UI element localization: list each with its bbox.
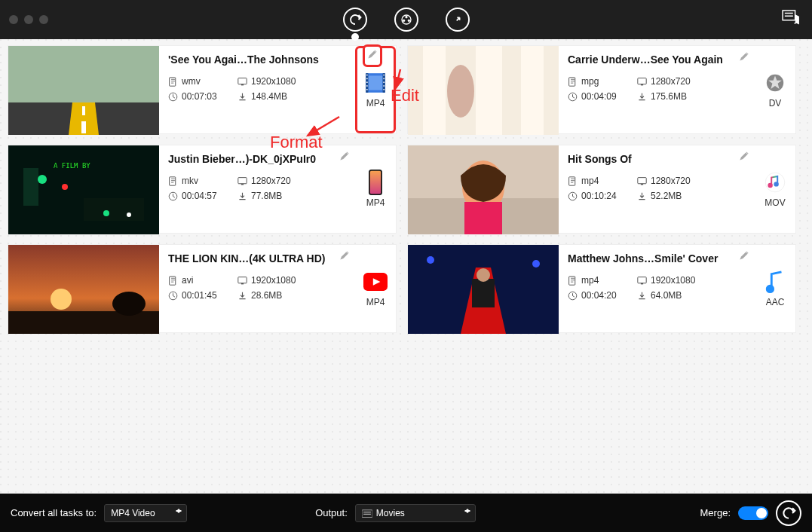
svg-rect-71 bbox=[241, 283, 244, 284]
video-title: Hit Songs Of bbox=[568, 153, 749, 165]
svg-rect-37 bbox=[641, 84, 643, 85]
video-meta: Hit Songs Of mp4 00:10:24 1280x720 52.2M… bbox=[559, 145, 755, 233]
merge-toggle[interactable] bbox=[738, 506, 768, 520]
edit-button[interactable] bbox=[339, 249, 351, 264]
svg-rect-86 bbox=[362, 509, 372, 517]
svg-rect-19 bbox=[366, 75, 368, 76]
video-thumbnail[interactable] bbox=[408, 145, 559, 234]
output-format-button[interactable]: MP4 bbox=[355, 245, 396, 332]
svg-rect-34 bbox=[569, 77, 575, 85]
file-resolution: 1280x720 bbox=[651, 176, 691, 186]
video-card[interactable]: A FILM BY Justin Bieber…)-DK_0jXPuIr0 mk… bbox=[8, 145, 397, 234]
video-title: THE LION KIN…(4K ULTRA HD) bbox=[168, 252, 349, 264]
format-label: MOV bbox=[765, 197, 785, 208]
tab-share[interactable] bbox=[446, 8, 470, 32]
svg-point-67 bbox=[112, 292, 146, 316]
svg-point-44 bbox=[103, 210, 109, 216]
video-card[interactable]: Hit Songs Of mp4 00:10:24 1280x720 52.2M… bbox=[407, 145, 796, 234]
video-meta: Matthew Johns…Smile' Cover mp4 00:04:20 … bbox=[559, 245, 755, 332]
video-thumbnail[interactable] bbox=[408, 245, 559, 334]
start-convert-button[interactable] bbox=[776, 500, 801, 526]
video-card[interactable]: Matthew Johns…Smile' Cover mp4 00:04:20 … bbox=[407, 244, 796, 333]
output-format-button[interactable]: MOV bbox=[755, 145, 795, 233]
annotation-edit: Edit bbox=[391, 86, 419, 105]
format-icon bbox=[363, 170, 388, 194]
svg-rect-43 bbox=[84, 198, 144, 221]
svg-rect-50 bbox=[241, 183, 244, 185]
convert-all-select[interactable]: MP4 Video bbox=[104, 504, 187, 522]
svg-rect-31 bbox=[476, 46, 502, 135]
svg-rect-9 bbox=[81, 121, 86, 133]
minimize-dot[interactable] bbox=[24, 15, 33, 24]
svg-point-45 bbox=[127, 212, 131, 217]
svg-point-41 bbox=[38, 175, 47, 184]
edit-button[interactable] bbox=[339, 150, 351, 165]
file-size: 28.6MB bbox=[251, 290, 282, 301]
file-ext: avi bbox=[182, 275, 193, 286]
format-icon bbox=[763, 270, 787, 294]
file-duration: 00:04:57 bbox=[182, 191, 217, 201]
svg-point-2 bbox=[403, 20, 405, 22]
output-format-button[interactable]: MP4 bbox=[355, 145, 396, 233]
format-icon bbox=[763, 71, 787, 95]
svg-rect-22 bbox=[366, 85, 368, 87]
svg-rect-82 bbox=[641, 283, 643, 284]
edit-button[interactable] bbox=[738, 249, 750, 264]
bottom-bar: Convert all tasks to: MP4 Video Output: … bbox=[0, 494, 812, 532]
file-duration: 00:01:45 bbox=[182, 290, 217, 301]
format-label: MP4 bbox=[366, 98, 385, 109]
video-card[interactable]: THE LION KIN…(4K ULTRA HD) avi 00:01:45 … bbox=[8, 244, 397, 333]
file-size: 175.6MB bbox=[651, 91, 687, 102]
svg-rect-11 bbox=[170, 77, 176, 85]
output-folder-select[interactable]: Movies bbox=[355, 504, 476, 522]
svg-rect-56 bbox=[464, 202, 502, 234]
svg-point-65 bbox=[51, 289, 72, 310]
svg-rect-52 bbox=[370, 171, 381, 194]
svg-rect-40 bbox=[23, 168, 38, 206]
file-duration: 00:04:20 bbox=[581, 290, 617, 301]
video-title: Carrie Underw…See You Again bbox=[568, 54, 749, 66]
close-dot[interactable] bbox=[9, 15, 18, 24]
file-duration: 00:04:09 bbox=[581, 91, 617, 102]
video-thumbnail[interactable]: A FILM BY bbox=[8, 145, 159, 234]
svg-rect-36 bbox=[638, 78, 646, 84]
video-meta: Carrie Underw…See You Again mpg 00:04:09… bbox=[559, 46, 755, 133]
tab-convert[interactable] bbox=[343, 8, 367, 32]
svg-rect-79 bbox=[569, 276, 575, 284]
edit-button[interactable] bbox=[363, 44, 382, 67]
svg-point-42 bbox=[62, 184, 68, 190]
svg-rect-49 bbox=[238, 177, 247, 183]
file-ext: mp4 bbox=[581, 275, 599, 286]
output-format-button[interactable]: DV bbox=[755, 46, 795, 133]
merge-label: Merge: bbox=[700, 507, 731, 518]
svg-point-63 bbox=[774, 182, 778, 186]
video-thumbnail[interactable] bbox=[408, 46, 559, 135]
convert-all-label: Convert all tasks to: bbox=[11, 507, 97, 518]
video-thumbnail[interactable] bbox=[8, 245, 159, 334]
svg-rect-47 bbox=[170, 176, 176, 185]
file-duration: 00:10:24 bbox=[581, 191, 617, 201]
format-icon bbox=[763, 170, 787, 194]
svg-rect-20 bbox=[366, 78, 368, 80]
output-format-button[interactable]: AAC bbox=[755, 245, 795, 332]
edit-button[interactable] bbox=[738, 50, 750, 66]
svg-rect-8 bbox=[82, 106, 85, 115]
video-card[interactable]: Carrie Underw…See You Again mpg 00:04:09… bbox=[407, 45, 796, 134]
svg-point-76 bbox=[476, 268, 490, 282]
maximize-dot[interactable] bbox=[39, 15, 48, 24]
file-resolution: 1280x720 bbox=[651, 76, 691, 87]
file-resolution: 1280x720 bbox=[251, 176, 291, 186]
file-ext: mp4 bbox=[581, 176, 599, 186]
svg-rect-30 bbox=[423, 46, 446, 135]
toolbox-icon[interactable] bbox=[782, 10, 801, 29]
tab-download[interactable] bbox=[394, 8, 418, 32]
svg-rect-88 bbox=[363, 513, 371, 514]
svg-rect-14 bbox=[241, 84, 244, 85]
svg-text:A FILM BY: A FILM BY bbox=[54, 162, 90, 170]
video-thumbnail[interactable] bbox=[8, 46, 159, 135]
video-meta: Justin Bieber…)-DK_0jXPuIr0 mkv 00:04:57… bbox=[159, 145, 355, 233]
svg-rect-10 bbox=[8, 46, 159, 102]
edit-button[interactable] bbox=[738, 150, 750, 165]
svg-rect-70 bbox=[238, 277, 247, 283]
main-tabs bbox=[343, 8, 470, 32]
